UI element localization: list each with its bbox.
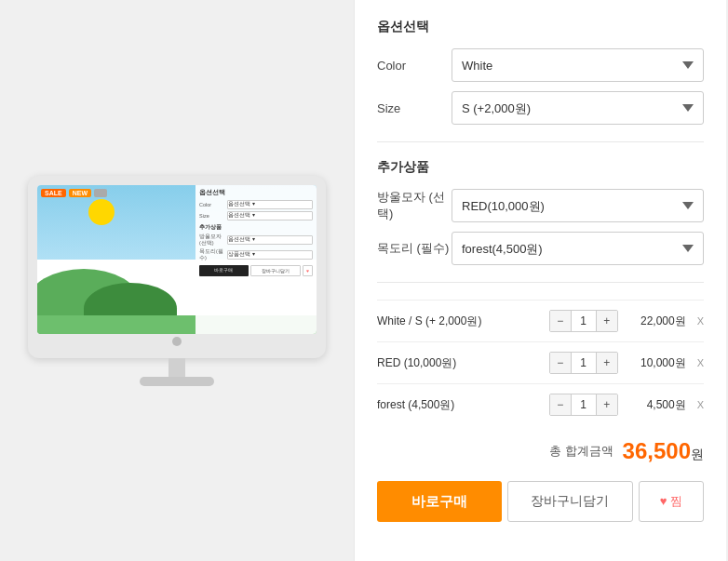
sun [88,199,115,225]
mini-addon2-select: 상품선택 ▾ [227,250,313,260]
product-tags: SALE NEW [41,189,107,197]
mini-addon-title: 추가상품 [199,223,313,232]
mini-addon1-select: 옵션선택 ▾ [227,235,313,245]
cart-item-2-qty: 1 [571,353,597,373]
cart-item-3-decrease[interactable]: − [550,394,571,415]
cart-item-1-name: White / S (+ 2,000원) [377,314,542,329]
total-label: 총 합계금액 [549,443,613,460]
cart-items-list: White / S (+ 2,000원) − 1 + 22,000원 X RED… [377,300,704,425]
cart-item-3-name: forest (4,500원) [377,397,542,413]
monitor-stand-base [140,377,214,386]
cart-item-1-decrease[interactable]: − [550,311,571,331]
cart-item-3-increase[interactable]: + [597,394,617,415]
total-row: 총 합계금액 36,500원 [377,425,704,477]
product-illustration: SALE NEW 옵션선택 Color 옵션선택 ▾ Size [0,0,354,561]
cart-item-3-price: 4,500원 [626,397,686,413]
wish-button[interactable]: ♥ 찜 [639,481,704,522]
cart-item-2-increase[interactable]: + [597,353,617,373]
cart-item-1-qty-control: − 1 + [549,310,618,332]
tag-new: NEW [69,189,91,197]
cart-item-3-qty-control: − 1 + [549,394,618,416]
monitor-screen: SALE NEW 옵션선택 Color 옵션선택 ▾ Size [37,185,317,334]
mini-wish-btn: ♥ [303,265,313,276]
options-section-title: 옵션선택 [377,19,704,35]
cart-button[interactable]: 장바구니담기 [507,481,634,522]
size-option-group: Size S (+2,000원) M L XL [377,91,704,125]
monitor: SALE NEW 옵션선택 Color 옵션선택 ▾ Size [28,176,326,358]
cart-item: forest (4,500원) − 1 + 4,500원 X [377,383,704,425]
color-label: Color [377,59,452,73]
addon2-select[interactable]: forest(4,500원) navy(4,500원) ivory(4,500원… [452,232,704,265]
size-select[interactable]: S (+2,000원) M L XL [452,91,704,125]
cart-item-2-price: 10,000원 [626,355,686,371]
cart-item-1-remove[interactable]: X [697,315,704,327]
color-select[interactable]: White Black Gray Blue [452,48,704,82]
options-panel: 옵션선택 Color White Black Gray Blue Size S … [354,0,726,561]
divider-1 [377,141,704,142]
divider-2 [377,282,704,283]
total-amount: 36,500원 [623,438,704,464]
addon2-option-group: 목도리 (필수) forest(4,500원) navy(4,500원) ivo… [377,232,704,265]
addon-section-title: 추가상품 [377,159,704,176]
buy-button[interactable]: 바로구매 [377,481,502,522]
cart-item-3-qty: 1 [571,394,597,415]
mini-form: 옵션선택 Color 옵션선택 ▾ Size 옵션선택 ▾ 추가상품 방울모자(… [195,185,317,334]
cart-item-1-price: 22,000원 [626,314,686,329]
monitor-power-dot [172,337,182,346]
addon1-select[interactable]: RED(10,000원) BLUE(10,000원) GREEN(10,000원… [452,189,704,222]
cart-item-1-qty: 1 [571,311,597,331]
cart-item-1-increase[interactable]: + [597,311,617,331]
cart-item-3-remove[interactable]: X [697,399,704,410]
cart-item-2-qty-control: − 1 + [549,352,618,374]
monitor-stand-neck [169,358,185,377]
addon1-option-group: 방울모자 (선택) RED(10,000원) BLUE(10,000원) GRE… [377,189,704,222]
size-label: Size [377,101,452,115]
cart-item: RED (10,000원) − 1 + 10,000원 X [377,341,704,383]
cart-item-2-remove[interactable]: X [697,357,704,368]
cart-item-2-decrease[interactable]: − [550,353,571,373]
mini-addon1-label: 방울모자(선택) [199,234,225,247]
cart-item-2-name: RED (10,000원) [377,355,542,371]
mini-color-select: 옵션선택 ▾ [227,200,313,209]
mini-addon2-label: 목도리(필수) [199,248,225,261]
mini-size-label: Size [199,213,225,219]
action-buttons: 바로구매 장바구니담기 ♥ 찜 [377,481,704,522]
addon2-label: 목도리 (필수) [377,240,452,257]
color-option-group: Color White Black Gray Blue [377,48,704,82]
mini-cart-btn: 장바구니담기 [250,265,302,276]
mini-buy-btn: 바로구매 [199,265,249,276]
tag-extra [94,189,107,197]
mini-size-select: 옵션선택 ▾ [227,211,313,220]
cart-item: White / S (+ 2,000원) − 1 + 22,000원 X [377,300,704,341]
addon1-label: 방울모자 (선택) [377,189,452,222]
mini-color-label: Color [199,202,225,207]
mini-form-title: 옵션선택 [199,189,313,197]
tag-sale: SALE [41,189,66,197]
